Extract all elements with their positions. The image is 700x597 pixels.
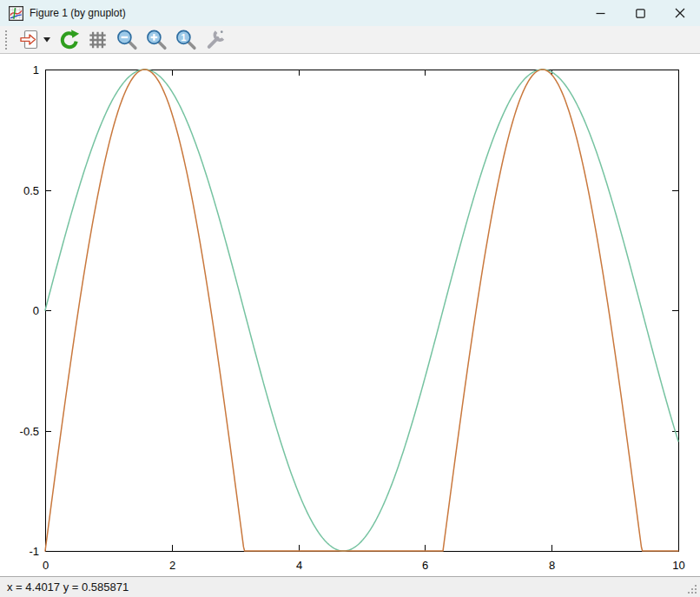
- x-tick-label: 0: [43, 559, 49, 572]
- x-tick-label: 2: [169, 559, 175, 572]
- copy-to-clipboard-button[interactable]: [17, 27, 43, 53]
- curve-sin: [45, 70, 678, 551]
- y-tick-label: 1: [33, 63, 39, 76]
- wrench-icon: [203, 28, 228, 51]
- y-tick-label: 0: [33, 304, 39, 317]
- window-controls: [580, 0, 700, 26]
- minimize-button[interactable]: [580, 0, 620, 26]
- close-button[interactable]: [660, 0, 700, 26]
- maximize-button[interactable]: [620, 0, 660, 26]
- zoom-reset-button[interactable]: 1: [173, 27, 199, 53]
- cursor-coordinates: x = 4.4017 y = 0.585871: [7, 580, 129, 594]
- status-bar: x = 4.4017 y = 0.585871: [0, 576, 700, 597]
- x-tick-label: 10: [672, 559, 684, 572]
- export-menu-button[interactable]: [43, 27, 51, 53]
- title-bar[interactable]: Figure 1 (by gnuplot): [0, 0, 700, 26]
- window-title: Figure 1 (by gnuplot): [30, 7, 126, 19]
- zoom-out-button[interactable]: [114, 27, 140, 53]
- svg-text:1: 1: [181, 32, 186, 43]
- gnuplot-app-icon: [9, 6, 23, 21]
- replot-button[interactable]: [56, 27, 82, 53]
- curve-clipped: [45, 70, 678, 551]
- grid-icon: [86, 29, 109, 51]
- magnifier-one-icon: 1: [174, 28, 198, 51]
- toggle-grid-button[interactable]: [85, 27, 110, 53]
- magnifier-plus-icon: [144, 28, 168, 51]
- close-icon: [675, 8, 685, 18]
- magnifier-minus-icon: [115, 28, 139, 51]
- y-tick-label: 0.5: [23, 184, 39, 197]
- zoom-in-button[interactable]: [143, 27, 169, 53]
- y-tick-label: -0.5: [20, 425, 39, 438]
- x-tick-label: 6: [422, 559, 428, 572]
- refresh-arrow-icon: [57, 29, 81, 51]
- plot-border: [45, 70, 678, 551]
- resize-grip[interactable]: [687, 584, 697, 594]
- x-tick-label: 4: [296, 559, 302, 572]
- toolbar: 1: [0, 26, 700, 54]
- options-button[interactable]: [202, 27, 228, 53]
- minimize-icon: [596, 9, 605, 18]
- document-export-icon: [18, 29, 42, 51]
- gnuplot-figure-window: Figure 1 (by gnuplot): [0, 0, 700, 597]
- toolbar-gripper[interactable]: [5, 30, 10, 50]
- chevron-down-icon: [43, 37, 50, 43]
- y-tick-label: -1: [29, 545, 39, 558]
- maximize-icon: [636, 9, 645, 18]
- figure-plot[interactable]: 0246810-1-0.500.51: [0, 54, 700, 576]
- plot-canvas[interactable]: 0246810-1-0.500.51: [0, 54, 700, 576]
- x-tick-label: 8: [549, 559, 555, 572]
